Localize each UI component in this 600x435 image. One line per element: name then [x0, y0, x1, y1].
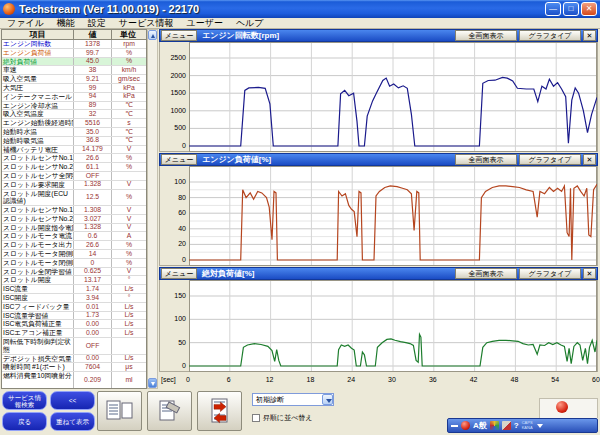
- menu-item-3[interactable]: サービス情報: [119, 17, 174, 30]
- scroll-up-icon[interactable]: [148, 30, 157, 40]
- table-row[interactable]: 燃料消費量10回噴射分0.209ml: [2, 372, 146, 389]
- table-row[interactable]: スロットル開度指令電圧1.328V: [2, 224, 146, 233]
- x-tick-label: 60: [587, 376, 600, 383]
- ime-help-icon[interactable]: ?: [514, 421, 519, 430]
- ime-options-chevron-icon[interactable]: [537, 424, 543, 428]
- table-row[interactable]: エンジン負荷値99.7%: [2, 49, 146, 58]
- chart-fullscreen-button[interactable]: 全画面表示: [455, 268, 517, 279]
- chart-menu-button[interactable]: メニュー: [161, 154, 197, 165]
- ime-language-bar[interactable]: A般 ? CAPS KANA: [447, 418, 598, 433]
- table-row[interactable]: スロットルセンサ全閉状態OFF: [2, 172, 146, 181]
- ime-input-mode[interactable]: A般: [473, 420, 487, 431]
- table-row[interactable]: 吸入空気量9.21gm/sec: [2, 75, 146, 84]
- row-label: エンジン負荷値: [2, 49, 74, 57]
- table-row[interactable]: インテークマニホールド圧94kPa: [2, 93, 146, 102]
- table-row[interactable]: スロットル要求開度1.328V: [2, 181, 146, 190]
- table-row[interactable]: 噴射時間 #1(ポート)7604μs: [2, 363, 146, 372]
- table-row[interactable]: スロットルセンサNo.1電圧1.308V: [2, 206, 146, 215]
- y-tick-label: 2500: [170, 54, 186, 61]
- table-row[interactable]: スロットルモータ電流0.6A: [2, 232, 146, 241]
- ime-kana-label: KANA: [522, 426, 533, 431]
- close-button[interactable]: ✕: [581, 2, 597, 16]
- table-row[interactable]: ISCエアコン補正量0.00L/s: [2, 329, 146, 338]
- chart-close-button[interactable]: ✕: [583, 268, 596, 279]
- row-value: 0: [74, 259, 112, 267]
- table-row[interactable]: 始動時水温35.0℃: [2, 128, 146, 137]
- menu-item-4[interactable]: ユーザー: [186, 17, 222, 30]
- table-row[interactable]: デポジット損失空気量0.00L/s: [2, 355, 146, 364]
- ime-palette-icon[interactable]: [490, 421, 499, 430]
- table-row[interactable]: ISC流量1.74L/s: [2, 285, 146, 294]
- row-unit: ℃: [112, 128, 146, 136]
- table-row[interactable]: 回転低下時制御判定状態OFF: [2, 338, 146, 355]
- table-row[interactable]: スロットルセンサNo.1電圧比26.6%: [2, 154, 146, 163]
- row-value: 3.94: [74, 294, 112, 302]
- table-row[interactable]: スロットル全閉学習値0.625V: [2, 268, 146, 277]
- row-unit: V: [112, 181, 146, 189]
- row-value: 0.00: [74, 320, 112, 328]
- chart-graphtype-button[interactable]: グラフタイプ: [519, 268, 581, 279]
- row-unit: [112, 172, 146, 180]
- table-row[interactable]: 始動時吸気温36.8℃: [2, 137, 146, 146]
- table-row[interactable]: スロットルモータ閉側Duty比0%: [2, 259, 146, 268]
- ime-minimize-icon[interactable]: [451, 425, 458, 427]
- table-row[interactable]: エンジン始動後経過時間5516s: [2, 119, 146, 128]
- scroll-down-icon[interactable]: [148, 378, 157, 388]
- chart-menu-button[interactable]: メニュー: [161, 268, 197, 279]
- ime-tools-icon[interactable]: [502, 421, 511, 430]
- table-row[interactable]: スロットルモータ出力26.6%: [2, 241, 146, 250]
- table-row[interactable]: ISCフィードバック量0.01L/s: [2, 303, 146, 312]
- menu-item-2[interactable]: 設定: [88, 17, 106, 30]
- table-row[interactable]: エンジン回転数1378rpm: [2, 40, 146, 49]
- diagnosis-mode-select[interactable]: 初期診断: [252, 393, 334, 406]
- x-tick-label: 48: [505, 376, 523, 383]
- chart-fullscreen-button[interactable]: 全画面表示: [455, 154, 517, 165]
- chart-graphtype-button[interactable]: グラフタイプ: [519, 30, 581, 41]
- table-row[interactable]: ISC流量学習値1.73L/s: [2, 312, 146, 321]
- overlay-display-button[interactable]: 重ねて表示: [50, 412, 95, 431]
- row-label: スロットルモータ電流: [2, 232, 74, 240]
- table-row[interactable]: 絶対負荷値45.0%: [2, 58, 146, 67]
- maximize-button[interactable]: □: [563, 2, 579, 16]
- row-value: 0.6: [74, 232, 112, 240]
- time-axis: [sec] 06121824303642485460: [159, 372, 598, 388]
- report-save-button[interactable]: [147, 391, 192, 431]
- compare-data-button[interactable]: [197, 391, 242, 431]
- table-row[interactable]: 吸入空気温度32℃: [2, 110, 146, 119]
- chart-close-button[interactable]: ✕: [583, 30, 596, 41]
- table-row[interactable]: スロットル開度13.17°: [2, 276, 146, 285]
- service-info-button[interactable]: サービス情報検索: [2, 391, 47, 410]
- table-row[interactable]: 大気圧99kPa: [2, 84, 146, 93]
- table-row[interactable]: スロットルモータ開側Duty比14%: [2, 250, 146, 259]
- row-label: スロットル開度指令電圧: [2, 224, 74, 232]
- row-unit: km/h: [112, 66, 146, 74]
- minimize-button[interactable]: —: [545, 2, 561, 16]
- chart-menu-button[interactable]: メニュー: [161, 30, 197, 41]
- y-tick-label: 1500: [170, 89, 186, 96]
- sort-ascending-checkbox[interactable]: 昇順に並べ替え: [252, 413, 313, 423]
- ime-red-orb-icon[interactable]: [461, 421, 470, 430]
- row-unit: V: [112, 206, 146, 214]
- table-row[interactable]: 車速38km/h: [2, 66, 146, 75]
- row-value: 94: [74, 93, 112, 101]
- dropdown-arrow-icon[interactable]: [322, 394, 333, 405]
- table-row[interactable]: スロットルセンサNo.2電圧比61.1%: [2, 163, 146, 172]
- chart-fullscreen-button[interactable]: 全画面表示: [455, 30, 517, 41]
- collapse-button[interactable]: <<: [50, 391, 95, 410]
- table-row[interactable]: ISC電気負荷補正量0.00L/s: [2, 320, 146, 329]
- table-row[interactable]: エンジン冷却水温89℃: [2, 102, 146, 111]
- table-row[interactable]: ISC開度3.94°: [2, 294, 146, 303]
- checkbox-box[interactable]: [252, 414, 260, 422]
- menu-item-1[interactable]: 機能: [57, 17, 75, 30]
- table-row[interactable]: スロットル開度(ECU認識値)12.5%: [2, 190, 146, 207]
- y-tick-label: 500: [174, 124, 186, 131]
- table-row[interactable]: 補機バッテリ電圧14.179V: [2, 146, 146, 155]
- table-row[interactable]: スロットルセンサNo.2電圧3.027V: [2, 215, 146, 224]
- chart-graphtype-button[interactable]: グラフタイプ: [519, 154, 581, 165]
- chart-close-button[interactable]: ✕: [583, 154, 596, 165]
- data-list-button[interactable]: [97, 391, 142, 431]
- menu-item-0[interactable]: ファイル: [7, 17, 44, 30]
- back-button[interactable]: 戻る: [2, 412, 47, 431]
- table-scrollbar[interactable]: [147, 29, 158, 389]
- menu-item-5[interactable]: ヘルプ: [236, 17, 264, 30]
